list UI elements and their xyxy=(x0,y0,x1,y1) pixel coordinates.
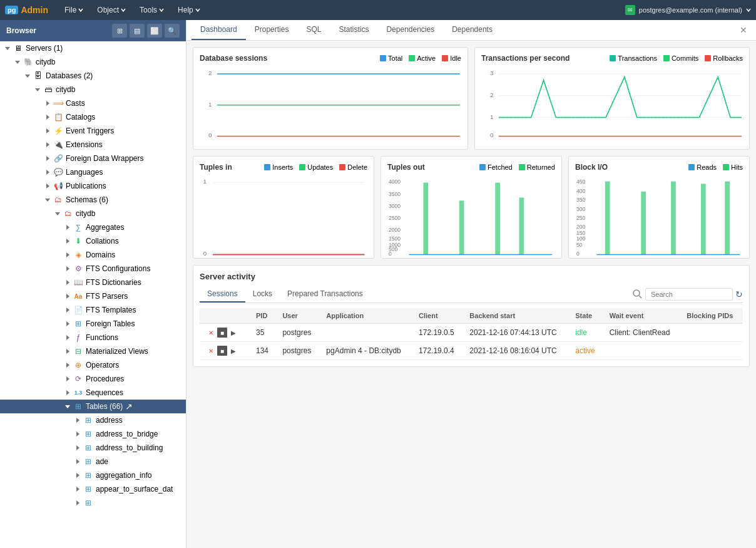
sidebar-item-fts-templates[interactable]: 📄 FTS Templates xyxy=(0,303,186,317)
terminate-button-2[interactable]: ✕ xyxy=(206,346,216,356)
expand-fdw[interactable] xyxy=(43,156,53,161)
sidebar-tool-sql[interactable]: ⬜ xyxy=(147,24,162,38)
expand-foreign-tables[interactable] xyxy=(63,321,73,326)
expand-ade[interactable] xyxy=(73,459,83,464)
tab-dependents[interactable]: Dependents xyxy=(443,20,501,40)
user-info[interactable]: ✉ postgres@example.com (internal) xyxy=(625,5,751,15)
sidebar-item-domains[interactable]: ◈ Domains xyxy=(0,248,186,262)
tab-dependencies[interactable]: Dependencies xyxy=(377,20,443,40)
sidebar-item-address-to-bridge[interactable]: ⊞ address_to_bridge xyxy=(0,427,186,441)
sidebar-tool-table[interactable]: ▤ xyxy=(130,24,145,38)
refresh-button[interactable]: ↻ xyxy=(735,289,743,299)
sidebar-item-tables[interactable]: ⊞ Tables (66) ↗ xyxy=(0,400,186,413)
sidebar-item-catalogs[interactable]: 📋 Catalogs xyxy=(0,110,186,124)
sidebar-item-databases[interactable]: 🗄 Databases (2) xyxy=(0,69,186,83)
expand-address-to-building[interactable] xyxy=(73,445,83,450)
sidebar-item-sequences[interactable]: 1.3 Sequences xyxy=(0,386,186,400)
expand-event-triggers[interactable] xyxy=(43,128,53,133)
sidebar-item-mat-views[interactable]: ⊟ Materialized Views xyxy=(0,344,186,358)
expand-publications[interactable] xyxy=(43,184,53,189)
sidebar-item-collations[interactable]: ⬇ Collations xyxy=(0,234,186,248)
sidebar-item-more-table[interactable]: ⊞ xyxy=(0,496,186,510)
legend-fetched-dot xyxy=(479,164,486,170)
sidebar-item-appear-to-surface-dat[interactable]: ⊞ appear_to_surface_dat xyxy=(0,482,186,496)
sidebar-item-fdw[interactable]: 🔗 Foreign Data Wrappers xyxy=(0,152,186,165)
sidebar-item-ade[interactable]: ⊞ ade xyxy=(0,455,186,468)
terminate-button[interactable]: ✕ xyxy=(206,328,216,338)
expand-casts[interactable] xyxy=(43,101,53,106)
expand-address[interactable] xyxy=(73,418,83,423)
svg-text:350: 350 xyxy=(576,197,586,203)
expand-operators[interactable] xyxy=(63,363,73,368)
sidebar-item-aggregates[interactable]: ∑ Aggregates xyxy=(0,220,186,234)
activity-search-input[interactable] xyxy=(645,288,733,301)
expand-mat-views[interactable] xyxy=(63,349,73,354)
cancel-query-button-2[interactable]: ■ xyxy=(217,346,227,356)
sidebar-item-foreign-tables[interactable]: ⊞ Foreign Tables xyxy=(0,317,186,331)
sidebar-item-schemas[interactable]: 🗂 Schemas (6) xyxy=(0,193,186,207)
expand-procedures[interactable] xyxy=(63,376,73,381)
expand-functions[interactable] xyxy=(63,335,73,340)
tab-statistics[interactable]: Statistics xyxy=(330,20,377,40)
expand-citydb-server[interactable] xyxy=(13,61,23,64)
sidebar-item-languages[interactable]: 💬 Languages xyxy=(0,165,186,179)
sidebar-tool-search[interactable]: 🔍 xyxy=(165,24,180,38)
tab-sql[interactable]: SQL xyxy=(297,20,330,40)
cell-state-2: active xyxy=(569,342,603,360)
sidebar-item-citydb-db[interactable]: 🗃 citydb xyxy=(0,83,186,96)
expand-more[interactable] xyxy=(73,500,83,505)
sidebar-item-address-to-building[interactable]: ⊞ address_to_building xyxy=(0,441,186,455)
expand-appear-to-surface-dat[interactable] xyxy=(73,487,83,492)
menu-file[interactable]: File xyxy=(58,3,89,17)
expand-catalogs[interactable] xyxy=(43,115,53,120)
expand-servers[interactable] xyxy=(3,47,13,50)
expand-aggregation-info[interactable] xyxy=(73,473,83,478)
sidebar-item-fts-configs[interactable]: ⚙ FTS Configurations xyxy=(0,262,186,276)
expand-extensions[interactable] xyxy=(43,142,53,147)
tab-locks[interactable]: Locks xyxy=(245,286,280,302)
expand-citydb-schema[interactable] xyxy=(53,212,63,215)
sidebar-item-servers[interactable]: 🖥 Servers (1) xyxy=(0,41,186,55)
expand-fts-dicts[interactable] xyxy=(63,280,73,285)
menu-help[interactable]: Help xyxy=(171,3,207,17)
sidebar-item-publications[interactable]: 📢 Publications xyxy=(0,179,186,193)
sidebar-item-event-triggers[interactable]: ⚡ Event Triggers xyxy=(0,124,186,138)
cancel-query-button[interactable]: ■ xyxy=(217,328,227,338)
sidebar-item-casts[interactable]: ⟹ Casts xyxy=(0,96,186,110)
menu-tools[interactable]: Tools xyxy=(133,3,170,17)
expand-schemas[interactable] xyxy=(43,199,53,202)
sidebar-item-fts-dicts[interactable]: 📖 FTS Dictionaries xyxy=(0,276,186,289)
tab-prepared-transactions[interactable]: Prepared Transactions xyxy=(280,286,370,302)
cell-user: postgres xyxy=(276,324,320,342)
sidebar-item-extensions[interactable]: 🔌 Extensions xyxy=(0,138,186,152)
svg-text:150: 150 xyxy=(576,230,586,236)
sidebar-item-operators[interactable]: ⊕ Operators xyxy=(0,358,186,372)
expand-row-button-2[interactable]: ▶ xyxy=(228,346,238,356)
expand-row-button[interactable]: ▶ xyxy=(228,328,238,338)
tab-sessions[interactable]: Sessions xyxy=(200,286,245,302)
expand-sequences[interactable] xyxy=(63,390,73,395)
expand-fts-configs[interactable] xyxy=(63,266,73,271)
expand-domains[interactable] xyxy=(63,252,73,257)
expand-collations[interactable] xyxy=(63,239,73,244)
sidebar-item-fts-parsers[interactable]: Aa FTS Parsers xyxy=(0,289,186,303)
expand-fts-templates[interactable] xyxy=(63,308,73,313)
sidebar-item-aggregation-info[interactable]: ⊞ aggregation_info xyxy=(0,468,186,482)
expand-aggregates[interactable] xyxy=(63,225,73,230)
expand-fts-parsers[interactable] xyxy=(63,294,73,299)
tab-properties[interactable]: Properties xyxy=(246,20,298,40)
expand-address-to-bridge[interactable] xyxy=(73,432,83,437)
close-tab-button[interactable]: ✕ xyxy=(736,21,751,39)
expand-tables[interactable] xyxy=(63,405,73,408)
sidebar-item-citydb-server[interactable]: 🐘 citydb xyxy=(0,55,186,69)
expand-databases[interactable] xyxy=(23,75,33,78)
menu-object[interactable]: Object xyxy=(91,3,132,17)
sidebar-item-functions[interactable]: ƒ Functions xyxy=(0,331,186,344)
sidebar-tool-grid[interactable]: ⊞ xyxy=(112,24,127,38)
expand-languages[interactable] xyxy=(43,170,53,175)
tab-dashboard[interactable]: Dashboard xyxy=(192,20,246,40)
sidebar-item-citydb-schema[interactable]: 🗂 citydb xyxy=(0,207,186,220)
sidebar-item-address[interactable]: ⊞ address xyxy=(0,413,186,427)
sidebar-item-procedures[interactable]: ⟳ Procedures xyxy=(0,372,186,386)
expand-citydb-db[interactable] xyxy=(33,88,43,91)
